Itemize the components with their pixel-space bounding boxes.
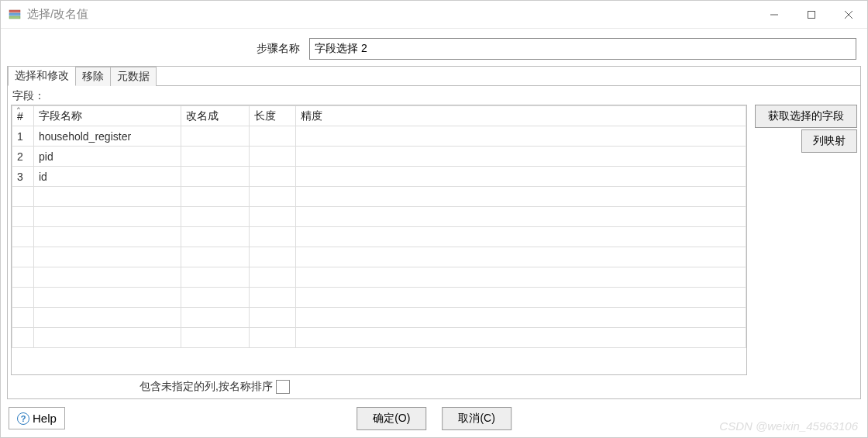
help-button[interactable]: ? Help [9,407,65,429]
table-row[interactable] [12,247,746,267]
table-header-row: #^ 字段名称 改名成 长度 精度 [12,106,746,126]
cell-precision[interactable] [296,147,746,167]
col-header-name[interactable]: 字段名称 [34,106,181,126]
cell-index: 1 [12,126,34,147]
step-name-input[interactable] [309,38,856,60]
column-mapping-button[interactable]: 列映射 [801,129,857,153]
cell-length[interactable] [250,147,296,167]
tab-select-modify[interactable]: 选择和修改 [8,66,76,86]
col-header-length[interactable]: 长度 [250,106,296,126]
table-row[interactable]: 1 household_register [12,126,746,147]
table-row[interactable] [12,288,746,308]
get-fields-button[interactable]: 获取选择的字段 [755,105,857,128]
cell-rename[interactable] [181,167,250,187]
help-icon: ? [17,412,29,425]
fields-caption: 字段： [8,86,860,105]
svg-rect-0 [9,10,20,12]
fields-grid[interactable]: #^ 字段名称 改名成 长度 精度 1 household_register [11,105,747,375]
window-title: 选择/改名值 [27,7,88,22]
titlebar: 选择/改名值 [1,1,867,29]
help-label: Help [33,412,57,425]
cell-name[interactable]: pid [34,147,181,167]
app-icon [7,7,22,22]
table-row[interactable] [12,328,746,348]
include-unspecified-label: 包含未指定的列,按名称排序 [140,380,273,394]
table-row[interactable]: 2 pid [12,147,746,167]
table-row[interactable] [12,207,746,227]
tabs: 选择和修改 移除 元数据 [8,66,860,86]
include-unspecified-checkbox[interactable] [276,380,290,394]
include-unspecified-row: 包含未指定的列,按名称排序 [8,375,860,398]
table-row[interactable] [12,187,746,207]
col-header-precision[interactable]: 精度 [296,106,746,126]
cancel-button[interactable]: 取消(C) [442,407,511,430]
col-header-index[interactable]: #^ [12,106,34,126]
minimize-button[interactable] [756,1,793,29]
cell-precision[interactable] [296,126,746,147]
close-button[interactable] [830,1,867,29]
cell-rename[interactable] [181,126,250,147]
table-row[interactable] [12,227,746,247]
footer: ? Help 确定(O) 取消(C) CSDN @weixin_45963106 [1,402,867,437]
cell-precision[interactable] [296,167,746,187]
body-panel: 选择和修改 移除 元数据 字段： #^ 字段名称 改名成 长度 [7,66,861,399]
cell-name[interactable]: id [34,167,181,187]
ok-button[interactable]: 确定(O) [356,407,426,430]
cell-name[interactable]: household_register [34,126,181,147]
cell-rename[interactable] [181,147,250,167]
col-header-rename[interactable]: 改名成 [181,106,250,126]
cell-length[interactable] [250,126,296,147]
step-name-row: 步骤名称 [1,29,867,66]
svg-rect-2 [9,16,20,19]
tab-metadata[interactable]: 元数据 [110,67,157,86]
cell-index: 3 [12,167,34,187]
tab-remove[interactable]: 移除 [75,67,111,86]
step-name-label: 步骤名称 [12,42,305,56]
table-row[interactable]: 3 id [12,167,746,187]
svg-rect-1 [9,13,20,16]
side-buttons: 获取选择的字段 列映射 [747,105,857,375]
cell-index: 2 [12,147,34,167]
cell-length[interactable] [250,167,296,187]
watermark: CSDN @weixin_45963106 [719,419,858,433]
svg-rect-4 [808,11,815,18]
dialog-window: 选择/改名值 步骤名称 选择和修改 移除 元数据 字段： [0,0,868,438]
table-row[interactable] [12,267,746,288]
content-row: #^ 字段名称 改名成 长度 精度 1 household_register [8,105,860,375]
maximize-button[interactable] [793,1,830,29]
table-row[interactable] [12,308,746,328]
